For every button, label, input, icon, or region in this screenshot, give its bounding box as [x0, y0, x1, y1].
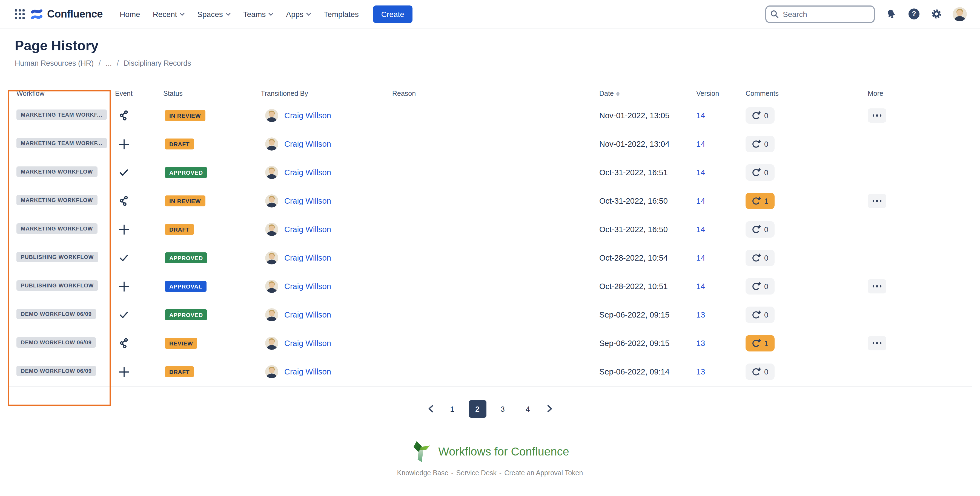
create-button[interactable]: Create: [373, 5, 412, 23]
comment-add-icon: [752, 225, 761, 234]
comments-button[interactable]: 0: [746, 363, 774, 380]
footer-link[interactable]: Knowledge Base: [397, 469, 449, 477]
workflow-pill[interactable]: MARKETING WORKFLOW: [16, 195, 97, 205]
page-history-table: Workflow Event Status Transitioned By Re…: [8, 87, 972, 387]
more-button[interactable]: [868, 108, 886, 123]
table-row: MARKETING WORKFLOW IN REVIEW Craig Wills…: [8, 187, 972, 215]
version-link[interactable]: 14: [696, 168, 705, 177]
workflow-pill[interactable]: DEMO WORKFLOW 06/09: [16, 365, 96, 376]
page-number-button-2[interactable]: 2: [469, 400, 486, 417]
user-link[interactable]: Craig Willson: [284, 139, 331, 148]
table-row: DEMO WORKFLOW 06/09 DRAFT Craig Willson …: [8, 358, 972, 386]
table-row: PUBLISHING WORKFLOW APPROVED Craig Wills…: [8, 244, 972, 272]
version-link[interactable]: 14: [696, 111, 705, 120]
search-input[interactable]: [765, 5, 875, 23]
comments-button[interactable]: 0: [746, 107, 774, 124]
help-icon[interactable]: ?: [908, 8, 920, 20]
more-button[interactable]: [868, 336, 886, 350]
next-page-icon[interactable]: [544, 404, 555, 413]
status-badge: APPROVED: [165, 167, 207, 178]
comments-button[interactable]: 0: [746, 250, 774, 266]
user-link[interactable]: Craig Willson: [284, 111, 331, 120]
table-row: MARKETING TEAM WORKF... DRAFT Craig Will…: [8, 130, 972, 158]
date-text: Oct-31-2022, 16:51: [599, 168, 668, 177]
sort-icon[interactable]: [617, 91, 620, 96]
version-link[interactable]: 14: [696, 225, 705, 234]
comments-button[interactable]: 0: [746, 164, 774, 181]
user-link[interactable]: Craig Willson: [284, 368, 331, 376]
workflow-pill[interactable]: DEMO WORKFLOW 06/09: [16, 309, 96, 319]
version-link[interactable]: 13: [696, 339, 705, 348]
chevron-down-icon: [226, 12, 231, 16]
comment-count: 1: [764, 197, 768, 205]
user-link[interactable]: Craig Willson: [284, 339, 331, 348]
footer-link[interactable]: Service Desk: [456, 469, 496, 477]
col-header-date[interactable]: Date: [599, 90, 696, 97]
workflow-pill[interactable]: PUBLISHING WORKFLOW: [16, 280, 98, 290]
version-link[interactable]: 14: [696, 254, 705, 262]
comments-button[interactable]: 0: [746, 221, 774, 238]
page-number-button-1[interactable]: 1: [444, 400, 461, 417]
comments-button[interactable]: 0: [746, 278, 774, 295]
footer-brand-title: Workflows for Confluence: [438, 445, 569, 458]
version-link[interactable]: 13: [696, 368, 705, 376]
footer-link[interactable]: Create an Approval Token: [504, 469, 583, 477]
page-number-button-3[interactable]: 3: [494, 400, 511, 417]
comment-count: 0: [764, 311, 768, 319]
comments-button[interactable]: 0: [746, 307, 774, 323]
breadcrumb-item[interactable]: Disciplinary Records: [124, 59, 191, 68]
user-avatar[interactable]: [953, 7, 967, 21]
version-link[interactable]: 14: [696, 282, 705, 291]
avatar: [265, 223, 278, 236]
comments-button[interactable]: 1: [746, 193, 774, 209]
comments-button[interactable]: 0: [746, 136, 774, 152]
table-row: DEMO WORKFLOW 06/09 APPROVED Craig Wills…: [8, 301, 972, 329]
nav-right-cluster: ?: [765, 5, 967, 23]
breadcrumb-item[interactable]: ...: [106, 59, 112, 68]
more-button[interactable]: [868, 194, 886, 208]
comment-add-icon: [752, 168, 761, 177]
date-text: Oct-31-2022, 16:50: [599, 225, 668, 234]
user-link[interactable]: Craig Willson: [284, 196, 331, 205]
breadcrumb-item[interactable]: Human Resources (HR): [15, 59, 94, 68]
user-link[interactable]: Craig Willson: [284, 311, 331, 319]
version-link[interactable]: 13: [696, 311, 705, 319]
footer-links: Knowledge Base-Service Desk-Create an Ap…: [397, 469, 583, 477]
user-link[interactable]: Craig Willson: [284, 225, 331, 234]
workflow-pill[interactable]: MARKETING WORKFLOW: [16, 223, 97, 233]
confluence-mark-icon: [30, 7, 43, 21]
workflow-pill[interactable]: PUBLISHING WORKFLOW: [16, 252, 98, 262]
search-box: [765, 5, 875, 23]
avatar: [265, 138, 278, 151]
nav-item-teams[interactable]: Teams: [243, 10, 274, 18]
nav-item-spaces[interactable]: Spaces: [197, 10, 230, 18]
plus-icon: [118, 223, 163, 235]
settings-gear-icon[interactable]: [931, 8, 942, 20]
nav-item-apps[interactable]: Apps: [286, 10, 311, 18]
app-switcher-icon[interactable]: [14, 8, 25, 19]
comments-button[interactable]: 1: [746, 335, 774, 352]
version-link[interactable]: 14: [696, 196, 705, 205]
more-button[interactable]: [868, 279, 886, 293]
user-link[interactable]: Craig Willson: [284, 254, 331, 262]
confluence-logo[interactable]: Confluence: [30, 7, 103, 21]
avatar: [265, 308, 278, 322]
status-badge: APPROVAL: [165, 281, 207, 292]
status-badge: DRAFT: [165, 138, 194, 149]
notification-bell-icon[interactable]: [885, 8, 897, 20]
user-link[interactable]: Craig Willson: [284, 168, 331, 177]
status-badge: DRAFT: [165, 224, 194, 235]
nav-item-home[interactable]: Home: [120, 10, 140, 18]
previous-page-icon[interactable]: [425, 404, 436, 413]
status-badge: IN REVIEW: [165, 195, 205, 206]
workflow-pill[interactable]: MARKETING TEAM WORKF...: [16, 109, 107, 120]
workflow-pill[interactable]: DEMO WORKFLOW 06/09: [16, 337, 96, 347]
workflow-pill[interactable]: MARKETING TEAM WORKF...: [16, 138, 107, 148]
page-number-button-4[interactable]: 4: [519, 400, 536, 417]
workflow-pill[interactable]: MARKETING WORKFLOW: [16, 166, 97, 177]
nav-item-templates[interactable]: Templates: [324, 10, 359, 18]
avatar: [265, 194, 278, 208]
version-link[interactable]: 14: [696, 139, 705, 148]
nav-item-recent[interactable]: Recent: [153, 10, 185, 18]
user-link[interactable]: Craig Willson: [284, 282, 331, 291]
